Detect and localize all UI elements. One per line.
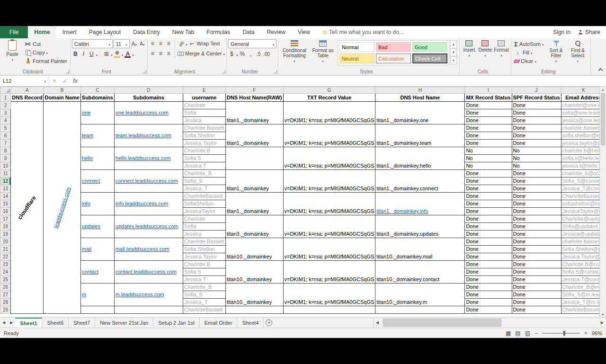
cell-C29[interactable]: [80, 306, 114, 314]
collapse-ribbon-button[interactable]: [598, 68, 603, 73]
cell-H2[interactable]: titan1._domainkey.one: [375, 102, 465, 124]
cell-J6[interactable]: Done: [512, 132, 561, 140]
cell-I7[interactable]: Done: [465, 140, 512, 147]
zoom-out-button[interactable]: [535, 330, 538, 337]
cell-J13[interactable]: Done: [512, 185, 561, 193]
cell-D5[interactable]: team.leaddsuccess.com: [114, 124, 183, 147]
cell-G26[interactable]: v=DKIM1; k=rsa; p=MIGfMA0GCSqGS: [283, 284, 375, 306]
cell-H26[interactable]: titan10._domainkey.m: [375, 284, 465, 306]
row-header-9[interactable]: 9: [0, 155, 11, 162]
row-header-11[interactable]: 11: [0, 170, 11, 178]
vertical-scroll-thumb[interactable]: [601, 93, 605, 145]
horizontal-scrollbar[interactable]: [373, 318, 606, 328]
name-box[interactable]: L12: [0, 76, 49, 86]
font-color-button[interactable]: A: [124, 50, 131, 58]
cell-C5[interactable]: team: [80, 124, 114, 147]
cell-I14[interactable]: Done: [465, 193, 512, 200]
subdomain-url-link[interactable]: one.leaddsuccess.com: [116, 110, 169, 115]
decrease-font-size-button[interactable]: A: [139, 40, 146, 48]
row-header-5[interactable]: 5: [0, 124, 11, 132]
cell-G20[interactable]: v=DKIM1; k=rsa; p=MIGfMA0GCSqGS: [283, 238, 375, 261]
increase-decimal-button[interactable]: .0: [255, 50, 262, 58]
row-header-27[interactable]: 27: [0, 291, 11, 299]
cell-H8[interactable]: titan1._domainkey.hello: [375, 147, 465, 170]
subdomain-link[interactable]: info: [82, 201, 90, 206]
cell-D1[interactable]: Subdomains: [114, 94, 183, 102]
cell-style-normal[interactable]: Normal: [339, 42, 374, 52]
subdomain-url-link[interactable]: updates.leaddsuccess.com: [116, 223, 178, 229]
decrease-decimal-button[interactable]: .00: [263, 50, 270, 58]
cell-style-good[interactable]: Good: [412, 42, 447, 52]
cell-J12[interactable]: Done: [512, 178, 561, 185]
column-header-F[interactable]: F: [225, 87, 283, 94]
cell-E9[interactable]: Sofia.S: [183, 155, 226, 162]
cell-I19[interactable]: Done: [465, 231, 512, 238]
sheet-tab-email-order[interactable]: Email Order: [200, 318, 238, 328]
add-sheet-button[interactable]: +: [264, 318, 274, 328]
cell-I23[interactable]: Done: [465, 261, 512, 268]
cell-I18[interactable]: Done: [465, 223, 512, 231]
cell-I9[interactable]: No: [465, 155, 512, 162]
cell-J2[interactable]: Done: [512, 102, 561, 109]
cell-F23[interactable]: titan10._domainkey: [225, 261, 283, 284]
subdomain-link[interactable]: m: [82, 292, 86, 297]
cell-E23[interactable]: Charlotte.B: [183, 261, 226, 268]
ribbon-tab-page-layout[interactable]: Page Layout: [83, 26, 127, 38]
cell-D20[interactable]: mail.leaddsuccess.com: [114, 238, 183, 261]
cell-J22[interactable]: Done: [512, 253, 561, 261]
cell-H11[interactable]: titan1._domainkey.connect: [375, 170, 465, 193]
row-header-8[interactable]: 8: [0, 147, 11, 155]
cell-J8[interactable]: No: [512, 147, 561, 155]
row-header-19[interactable]: 19: [0, 231, 11, 238]
cell-style-calculation[interactable]: Calculation: [376, 53, 411, 63]
cell-J11[interactable]: Done: [512, 170, 561, 178]
dns-host-link[interactable]: titan1._domainkey.info: [376, 208, 428, 214]
row-header-24[interactable]: 24: [0, 268, 11, 276]
column-header-G[interactable]: G: [283, 87, 375, 94]
ribbon-tab-insert[interactable]: Insert: [56, 26, 83, 38]
clipboard-dialog-launcher[interactable]: [66, 70, 69, 73]
cell-E20[interactable]: Charlotte.Bassett: [183, 238, 226, 246]
tell-me-box[interactable]: Tell me what you want to do...: [323, 26, 404, 38]
cell-H17[interactable]: titan3._domainkey.updates: [375, 215, 465, 238]
sheet-nav-left-button[interactable]: [0, 318, 8, 328]
cell-J1[interactable]: SPF Record Status: [512, 94, 561, 102]
cell-E15[interactable]: SofiaShellon: [183, 200, 226, 208]
cell-J26[interactable]: Done: [512, 284, 561, 291]
cell-I22[interactable]: Done: [465, 253, 512, 261]
horizontal-scroll-thumb[interactable]: [383, 319, 501, 327]
cell-H29[interactable]: [375, 306, 465, 314]
paste-button[interactable]: Paste: [1, 39, 23, 66]
scroll-left-arrow[interactable]: [374, 318, 381, 328]
sheet-tab-setup-2-jan-1st[interactable]: Setup 2 Jan 1st: [153, 318, 199, 328]
cell-F20[interactable]: titan10._domainkey: [225, 238, 283, 261]
ribbon-tab-home[interactable]: Home: [28, 26, 56, 38]
vertical-scrollbar[interactable]: [599, 87, 606, 317]
zoom-slider[interactable]: [542, 333, 580, 334]
wrap-text-button[interactable]: Wrap Text: [188, 40, 220, 47]
cell-I27[interactable]: Done: [465, 291, 512, 299]
row-header-21[interactable]: 21: [0, 246, 11, 253]
select-all-corner[interactable]: [0, 87, 11, 94]
cell-J15[interactable]: Done: [512, 200, 561, 208]
cell-E17[interactable]: Charlotte: [183, 215, 226, 223]
cell-J4[interactable]: Done: [512, 117, 561, 124]
cell-I15[interactable]: Done: [465, 200, 512, 208]
sheet-tab-sheet4[interactable]: Sheet4: [237, 318, 264, 328]
row-header-7[interactable]: 7: [0, 140, 11, 147]
row-header-25[interactable]: 25: [0, 276, 11, 284]
cell-F14[interactable]: titan1._domainkey: [225, 193, 283, 215]
cell-C23[interactable]: contact: [80, 261, 114, 284]
conditional-formatting-button[interactable]: Conditional Formatting: [280, 39, 309, 66]
row-header-20[interactable]: 20: [0, 238, 11, 246]
copy-button[interactable]: Copy: [25, 49, 67, 56]
cell-I29[interactable]: Done: [465, 306, 512, 314]
cell-G29[interactable]: [283, 306, 375, 314]
underline-button[interactable]: U: [88, 50, 95, 58]
column-header-B[interactable]: B: [44, 87, 80, 94]
borders-button[interactable]: [103, 50, 110, 58]
cell-E22[interactable]: Jessica.Taylor: [183, 253, 226, 261]
row-header-2[interactable]: 2: [0, 102, 11, 109]
delete-cells-button[interactable]: Delete: [477, 39, 493, 58]
cell-J10[interactable]: No: [512, 162, 561, 170]
